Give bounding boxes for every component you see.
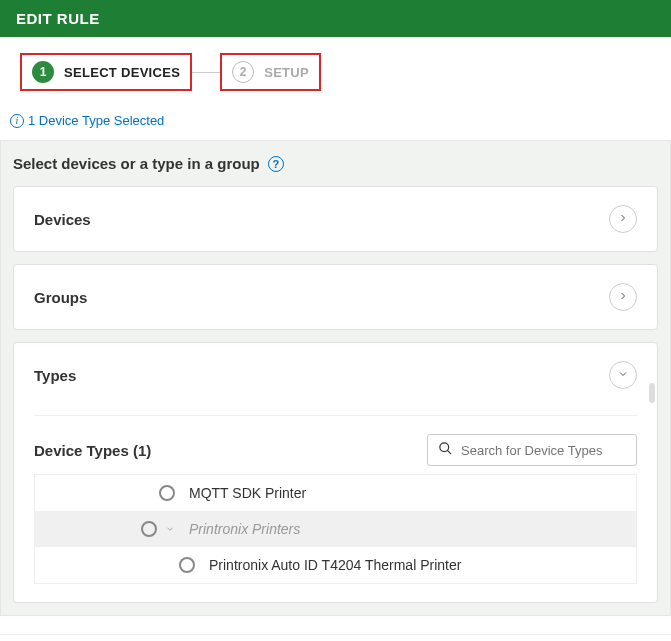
- list-item-label: Printronix Printers: [189, 521, 300, 537]
- panel-devices: Devices: [13, 186, 658, 252]
- svg-line-1: [447, 450, 451, 454]
- info-icon: i: [10, 114, 24, 128]
- chevron-down-icon: [617, 367, 629, 383]
- footer: CANCEL NEXT: [0, 634, 671, 641]
- step-setup[interactable]: 2 SETUP: [220, 53, 321, 91]
- search-device-types[interactable]: [427, 434, 637, 466]
- step-separator: [192, 72, 220, 73]
- help-icon[interactable]: ?: [268, 156, 284, 172]
- section-title: Select devices or a type in a group: [13, 155, 260, 172]
- section-header: Select devices or a type in a group ?: [1, 141, 670, 186]
- step-label-1: SELECT DEVICES: [64, 65, 180, 80]
- chevron-down-icon[interactable]: [165, 521, 175, 537]
- chevron-right-icon: [617, 289, 629, 305]
- list-item[interactable]: MQTT SDK Printer: [35, 475, 636, 511]
- collapse-types-button[interactable]: [609, 361, 637, 389]
- search-input[interactable]: [461, 443, 626, 458]
- panel-types: Types Device Types (1): [13, 342, 658, 603]
- expand-devices-button[interactable]: [609, 205, 637, 233]
- step-number-2: 2: [232, 61, 254, 83]
- modal-header: EDIT RULE: [0, 0, 671, 37]
- panel-area: Devices Groups Types: [1, 186, 670, 615]
- step-select-devices[interactable]: 1 SELECT DEVICES: [20, 53, 192, 91]
- chevron-right-icon: [617, 211, 629, 227]
- svg-point-0: [440, 443, 449, 452]
- search-icon: [438, 441, 453, 459]
- list-item[interactable]: Printronix Auto ID T4204 Thermal Printer: [35, 547, 636, 583]
- list-item-label: MQTT SDK Printer: [189, 485, 306, 501]
- step-label-2: SETUP: [264, 65, 309, 80]
- content-area: Select devices or a type in a group ? De…: [0, 140, 671, 616]
- selection-info: i 1 Device Type Selected: [0, 109, 671, 140]
- panel-types-title: Types: [34, 367, 76, 384]
- panel-groups: Groups: [13, 264, 658, 330]
- modal-title: EDIT RULE: [16, 10, 100, 27]
- radio-icon[interactable]: [159, 485, 175, 501]
- panel-groups-title: Groups: [34, 289, 87, 306]
- types-content: Device Types (1) MQTT SDK Printer: [34, 415, 637, 584]
- device-types-list: MQTT SDK Printer Printronix Printers: [34, 474, 637, 584]
- radio-icon[interactable]: [141, 521, 157, 537]
- panel-devices-title: Devices: [34, 211, 91, 228]
- device-types-label: Device Types (1): [34, 442, 151, 459]
- radio-icon[interactable]: [179, 557, 195, 573]
- expand-groups-button[interactable]: [609, 283, 637, 311]
- list-item-label: Printronix Auto ID T4204 Thermal Printer: [209, 557, 461, 573]
- list-item-group[interactable]: Printronix Printers: [35, 511, 636, 547]
- stepper: 1 SELECT DEVICES 2 SETUP: [0, 37, 671, 109]
- selection-info-text: 1 Device Type Selected: [28, 113, 164, 128]
- step-number-1: 1: [32, 61, 54, 83]
